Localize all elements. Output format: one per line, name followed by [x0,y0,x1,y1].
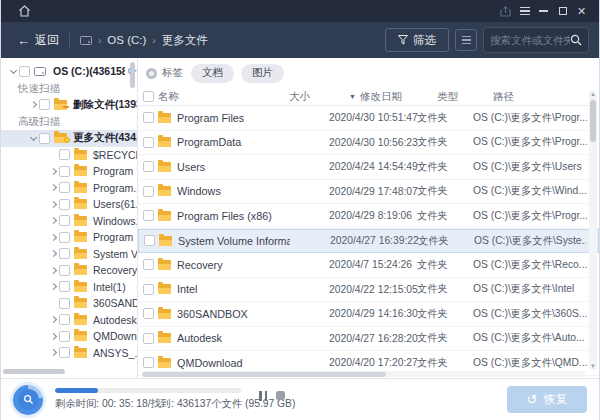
select-all-checkbox[interactable] [143,91,154,102]
tree-expand-icon[interactable] [47,350,59,355]
header-type[interactable]: 类型 [437,90,493,104]
table-row[interactable]: Windows2020/4/29 17:48:07文件夹OS (C:)\更多文件… [138,180,599,205]
header-size[interactable]: 大小 [289,90,349,104]
tree-item[interactable]: Autodesk. [1,312,137,329]
tree-item-checkbox[interactable] [59,199,70,210]
table-row[interactable]: Program Files2020/4/30 10:51:47文件夹OS (C:… [138,106,599,131]
tree-expand-icon[interactable] [27,137,39,140]
tree-item[interactable]: ANSYS_... [1,345,137,362]
tree-item-checkbox[interactable] [59,281,70,292]
header-path[interactable]: 路径 [493,90,587,104]
sidebar-vertical-scrollbar[interactable] [130,62,135,88]
search-icon[interactable] [570,34,582,46]
tree-item[interactable]: Program [1,163,137,180]
table-row[interactable]: Users2020/4/24 14:54:49文件夹OS (C:)\更多文件\U… [138,155,599,180]
tree-expand-icon[interactable] [47,251,59,256]
tree-item[interactable]: Users(61.. [1,196,137,213]
table-row[interactable]: Program Files (x86)2020/4/29 8:19:06文件夹O… [138,204,599,229]
tree-item-checkbox[interactable] [39,99,50,110]
row-checkbox[interactable] [143,112,154,123]
table-row[interactable]: System Volume Information2020/4/27 16:39… [138,229,599,254]
back-button[interactable]: ← 返回 [17,32,59,49]
table-row[interactable]: Autodesk2020/4/27 16:28:20文件夹OS (C:)\更多文… [138,327,599,352]
tree-item-checkbox[interactable] [59,248,70,259]
minimize-icon[interactable] [534,2,553,20]
tree-item-checkbox[interactable] [59,347,70,358]
menu-icon[interactable] [515,2,534,20]
list-horizontal-scrollbar[interactable] [142,371,585,377]
tree-expand-icon[interactable] [47,235,59,240]
scrollbar-thumb[interactable] [590,100,596,142]
filter-pill-pictures[interactable]: 图片 [241,64,284,83]
tree-item[interactable]: QMDown [1,328,137,345]
tree-item-checkbox[interactable] [59,166,70,177]
maximize-icon[interactable] [553,2,572,20]
breadcrumb-folder[interactable]: 更多文件 [162,33,208,48]
row-checkbox[interactable] [143,161,154,172]
breadcrumb-drive[interactable]: OS (C:) [107,34,146,46]
tree-item[interactable]: Intel(1) [1,279,137,296]
tree-expand-icon[interactable] [47,334,59,339]
tree-item-checkbox[interactable] [59,215,70,226]
filter-button[interactable]: 筛选 [385,28,449,52]
tree-item[interactable]: Recovery. [1,262,137,279]
sort-desc-icon[interactable]: ▼ [349,93,356,100]
sidebar-horizontal-scrollbar[interactable] [3,369,65,374]
tree-item[interactable]: 删除文件(1393 [1,97,137,114]
tree-item[interactable]: $RECYCL.. [1,147,137,164]
tree-item[interactable]: System V. [1,246,137,263]
stop-button[interactable] [276,391,285,400]
pause-button[interactable] [259,391,267,401]
row-checkbox[interactable] [143,308,154,319]
tree-expand-icon[interactable] [47,169,59,174]
tree-item[interactable]: Program.. [1,180,137,197]
tree-item-checkbox[interactable] [59,182,70,193]
tree-expand-icon[interactable] [27,102,39,107]
scroll-up-icon[interactable]: ▲ [590,91,596,97]
row-checkbox[interactable] [143,333,154,344]
view-toggle-button[interactable] [455,29,477,51]
tree-item-checkbox[interactable] [19,66,30,77]
table-row[interactable]: Intel2020/4/22 12:15:05文件夹OS (C:)\更多文件\I… [138,278,599,303]
tree-expand-icon[interactable] [47,185,59,190]
table-row[interactable]: 360SANDBOX2020/4/29 14:16:30文件夹OS (C:)\更… [138,302,599,327]
scroll-down-icon[interactable]: ▼ [590,363,596,369]
search-input[interactable] [490,34,570,46]
tree-item-checkbox[interactable] [59,314,70,325]
tree-expand-icon[interactable] [47,202,59,207]
table-row[interactable]: ProgramData2020/4/30 10:56:23文件夹OS (C:)\… [138,131,599,156]
tree-item-checkbox[interactable] [39,133,50,144]
row-checkbox[interactable] [143,284,154,295]
tree-expand-icon[interactable] [47,218,59,223]
tree-expand-icon[interactable] [47,284,59,289]
tree-item[interactable]: Program [1,229,137,246]
row-checkbox[interactable] [143,186,154,197]
row-checkbox[interactable] [143,210,154,221]
row-checkbox[interactable] [143,357,154,368]
tree-item-checkbox[interactable] [59,298,70,309]
tree-item[interactable]: Windows. [1,213,137,230]
header-date[interactable]: ▼ 修改日期 [349,90,437,104]
header-name[interactable]: 名称 [158,90,289,104]
tag-filter[interactable]: 标签 [146,66,183,80]
row-checkbox[interactable] [143,137,154,148]
tree-item-checkbox[interactable] [59,149,70,160]
table-row[interactable]: Recovery2020/4/7 15:24:26文件夹OS (C:)\更多文件… [138,253,599,278]
row-checkbox[interactable] [144,235,155,246]
tree-item-checkbox[interactable] [59,331,70,342]
share-icon[interactable] [496,2,515,20]
tree-item-checkbox[interactable] [59,232,70,243]
row-checkbox[interactable] [143,259,154,270]
filter-pill-documents[interactable]: 文档 [191,64,234,83]
tree-expand-icon[interactable] [47,268,59,273]
recover-button[interactable]: ↺ 恢复 [507,386,587,413]
list-vertical-scrollbar[interactable]: ▲ ▼ [589,90,597,370]
close-icon[interactable]: ✕ [572,2,591,20]
home-icon[interactable] [13,2,35,20]
tree-item[interactable]: 360SAND [1,295,137,312]
tree-expand-icon[interactable] [7,70,19,73]
tree-item[interactable]: OS (C:)(436158)⟳ [1,63,137,80]
tree-item[interactable]: 更多文件(434.. [1,130,137,147]
tree-expand-icon[interactable] [47,317,59,322]
tree-item-checkbox[interactable] [59,265,70,276]
